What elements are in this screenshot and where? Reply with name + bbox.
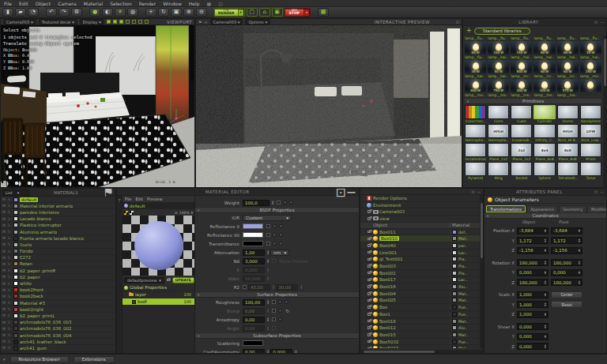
library-lamp-item[interactable]: lamp__hal.. 250 W [580,55,601,74]
object-material-cell[interactable]: Mat.. [450,319,481,324]
library-primitive-item[interactable]: Hemisphe.. [465,124,486,143]
pin-icon[interactable]: ⚑ [198,20,202,24]
lock-icon[interactable] [368,306,371,309]
attenuation-unit-select[interactable]: nm▾ [270,250,289,256]
collapse-arrow-icon[interactable]: ▾ [198,208,199,212]
material-m-flag[interactable]: M [2,327,6,331]
library-primitive-item[interactable]: Cylinder [533,105,555,124]
object-row[interactable]: · Box5032 Pue.. [360,339,483,346]
material-s-flag[interactable]: S [8,204,12,208]
library-primitive-item[interactable]: Octahedron [465,143,486,162]
display-toggle-icon[interactable] [119,20,123,24]
float-panel-icon[interactable]: ⊡ [594,190,598,194]
material-row[interactable]: M S Lacado blanco [1,216,115,223]
lock-icon[interactable] [368,326,371,329]
display-toggle-icon[interactable] [132,20,136,24]
object-row[interactable]: · Box012 Alu.. [360,325,483,332]
normal-map-toggle-icon[interactable]: ↻ [285,308,289,313]
spinner-arrows[interactable]: ▲▼ [545,229,546,233]
spinner-arrows[interactable]: ▲▼ [545,335,546,339]
texture-slot-icon[interactable] [273,224,277,228]
material-name-field[interactable]: default [123,202,194,209]
object-row[interactable]: · Box015 Mat.. [360,332,483,339]
sun-light-icon[interactable]: ☀ [115,8,126,17]
object-material-cell[interactable]: Mat.. [450,291,481,296]
spinner-arrows[interactable]: ▲▼ [545,271,546,275]
surface-section-header[interactable]: ▾ Surface Properties [195,291,359,298]
preview-scene-select[interactable]: defaultpreview▾ [124,277,164,283]
library-primitive-item[interactable]: Cube [511,105,532,124]
material-row[interactable]: M S b2_paper [1,274,115,280]
k-field[interactable]: 0,000 [243,267,265,273]
library-primitive-item[interactable]: Ring [488,162,509,181]
library-primitive-item[interactable]: HIGH Hemisphe.. [488,124,509,143]
scene-hscrollbar[interactable] [360,350,484,353]
menu-item[interactable]: Window [163,1,182,6]
object-row[interactable]: · gl_Text001 Pla.. [360,257,483,264]
render-preview-icon[interactable]: ▣ [272,8,283,17]
library-primitive-item[interactable]: HIGH Knot_Hi-R.. [557,124,579,143]
editor-menu-item[interactable]: Edit [135,197,143,201]
camera-row[interactable]: · Camera003 [360,208,483,216]
material-m-flag[interactable]: M [2,223,6,227]
material-s-flag[interactable]: S [8,301,12,305]
texture-slot-icon[interactable] [278,317,282,321]
object-value-field[interactable]: 0,000 ▲▼ [517,333,549,340]
material-s-flag[interactable]: S [8,223,12,227]
lock-icon[interactable] [167,279,170,282]
spinner-arrows[interactable]: ▲▼ [545,302,546,306]
material-m-flag[interactable]: M [2,313,6,317]
material-row[interactable]: M S arch41_leather_black [1,339,115,345]
material-m-flag[interactable]: M [2,204,6,208]
menu-item[interactable]: Material [84,1,103,6]
spinner-arrows[interactable]: ▲▼ [545,238,546,242]
library-primitive-item[interactable]: Rocket [511,162,532,181]
viewport-shading-select[interactable]: Textured decal▾ [39,19,77,24]
lock-icon[interactable] [368,272,371,275]
texture-slot-icon[interactable] [289,201,293,205]
coordinates-section-header[interactable]: ▾ Coordinates [484,212,606,219]
object-material-cell[interactable]: Alu.. [450,325,481,330]
attributes-tab[interactable]: Modifiers [587,205,607,212]
weight-field[interactable]: 100,0 [243,200,270,206]
nd-field[interactable]: 3,000 [243,258,265,265]
material-row[interactable]: M S Aluminio armario [1,229,115,235]
spinner-arrows[interactable]: ▲▼ [545,249,546,253]
library-primitive-item[interactable]: 2x2 Plane_2x2 [511,143,532,162]
render-button[interactable]: CPU RENDER ▾ [214,8,245,17]
library-lamp-item[interactable]: lamp__inc.. 575 W [557,74,579,93]
object-value-field[interactable]: 1,000 ▲▼ [517,301,549,308]
object-value-field[interactable]: -3,684 ▲▼ [517,227,549,235]
lock-icon[interactable] [368,210,371,213]
object-row[interactable]: · Box005 Mat.. [360,298,483,305]
material-s-flag[interactable]: S [8,250,12,253]
menu-item[interactable]: Help [189,1,200,6]
display-toggle-icon[interactable] [145,20,149,24]
material-m-flag[interactable]: M [2,262,6,266]
float-panel-icon[interactable]: ⊡ [472,190,475,194]
material-m-flag[interactable]: M [2,346,6,350]
viewport-display-select[interactable]: Display▾ [80,19,104,24]
library-primitive-item[interactable]: LOW Knot_Low.. [580,124,601,143]
camera-row[interactable]: · view [360,216,483,223]
attributes-tab[interactable]: Appearance [526,205,558,212]
object-material-cell[interactable]: Pue.. [450,340,481,344]
lock-icon[interactable] [368,251,371,254]
pivot-value-field[interactable]: 0,000 ▲▼ [551,269,582,276]
material-m-flag[interactable]: M [2,295,6,298]
material-row[interactable]: M S book2right [1,306,115,313]
material-m-flag[interactable]: M [2,256,6,260]
texture-slot-icon[interactable] [283,201,287,205]
viewport-canvas[interactable]: Select objects1 objects and 0 triangles … [1,25,194,188]
object-material-cell[interactable]: Mat.. [450,332,481,337]
object-value-field[interactable]: 180,000 ▲▼ [517,259,549,266]
menu-item[interactable]: File [4,1,12,6]
material-m-flag[interactable]: M [2,236,6,240]
library-lamp-item[interactable]: lamp__flu.. 35 W [465,55,486,74]
material-m-flag[interactable]: M [2,210,6,214]
material-s-flag[interactable]: S [8,217,12,221]
material-row[interactable]: M S default [1,197,115,203]
library-scrollbar[interactable] [603,36,606,188]
viewport-camera-select[interactable]: Camera003▾ [3,19,36,24]
stop-dropdown-arrow[interactable]: ▾ [304,9,310,17]
